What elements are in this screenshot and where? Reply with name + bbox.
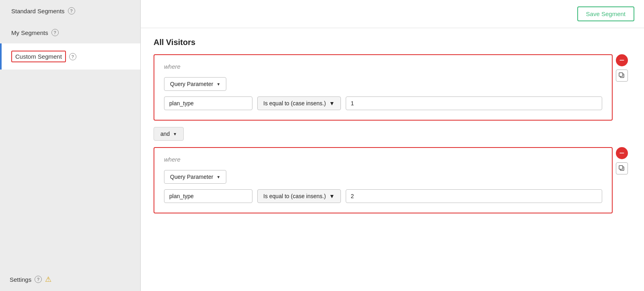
condition-wrapper-1: where Query Parameter ▼ Is equal to (cas…: [154, 54, 631, 121]
sidebar: Standard Segments ? My Segments ? Custom…: [0, 0, 141, 291]
svg-rect-3: [619, 166, 623, 169]
section-title: All Visitors: [154, 38, 631, 47]
warning-icon: ⚠: [45, 275, 51, 284]
query-param-label-2: Query Parameter: [170, 174, 213, 180]
condition-values-row-1: Is equal to (case insens.) ▼: [164, 96, 602, 110]
main-header: Save Segment: [141, 0, 644, 28]
main-body: All Visitors where Query Parameter ▼ Is …: [141, 28, 644, 291]
operator-label-2: Is equal to (case insens.): [263, 193, 326, 199]
operator-label-1: Is equal to (case insens.): [263, 100, 326, 107]
and-connector-button[interactable]: and ▼: [154, 127, 184, 141]
sidebar-item-label: Custom Segment: [11, 51, 66, 62]
value-input-2[interactable]: [346, 189, 603, 203]
operator-dropdown-2[interactable]: Is equal to (case insens.) ▼: [257, 189, 341, 203]
copy-condition-2-button[interactable]: [616, 162, 628, 174]
copy-icon-1: [619, 72, 625, 79]
sidebar-item-custom-segment[interactable]: Custom Segment ?: [0, 43, 140, 70]
remove-condition-1-button[interactable]: −: [616, 54, 628, 66]
side-actions-1: −: [613, 54, 631, 82]
sidebar-item-standard-segments[interactable]: Standard Segments ?: [0, 0, 140, 22]
condition-type-row-1: Query Parameter ▼: [164, 77, 602, 91]
side-actions-2: −: [613, 147, 631, 174]
svg-rect-1: [619, 73, 623, 76]
sidebar-item-label: My Segments: [11, 29, 48, 36]
copy-condition-1-button[interactable]: [616, 70, 628, 82]
copy-icon-2: [619, 165, 625, 172]
condition-type-row-2: Query Parameter ▼: [164, 170, 602, 184]
help-icon-my-segments[interactable]: ?: [51, 29, 59, 36]
sidebar-item-label: Standard Segments: [11, 8, 65, 14]
sidebar-item-my-segments[interactable]: My Segments ?: [0, 22, 140, 43]
help-icon-custom-segment[interactable]: ?: [69, 53, 76, 60]
dropdown-arrow-1: ▼: [216, 82, 220, 86]
operator-dropdown-1[interactable]: Is equal to (case insens.) ▼: [257, 96, 341, 110]
and-section: and ▼: [154, 127, 631, 141]
parameter-input-1[interactable]: [164, 96, 252, 110]
help-icon-standard[interactable]: ?: [68, 7, 75, 14]
settings-label: Settings: [10, 276, 31, 283]
sidebar-settings[interactable]: Settings ? ⚠: [0, 268, 140, 291]
where-label-2: where: [164, 156, 602, 163]
condition-wrapper-2: where Query Parameter ▼ Is equal to (cas…: [154, 147, 631, 213]
minus-icon-1: −: [619, 56, 625, 65]
operator-arrow-1: ▼: [329, 100, 335, 107]
query-param-dropdown-1[interactable]: Query Parameter ▼: [164, 77, 226, 91]
condition-block-2: where Query Parameter ▼ Is equal to (cas…: [154, 147, 613, 213]
query-param-dropdown-2[interactable]: Query Parameter ▼: [164, 170, 226, 184]
minus-icon-2: −: [619, 149, 625, 158]
help-icon-settings[interactable]: ?: [35, 276, 42, 283]
and-label: and: [160, 131, 170, 137]
parameter-input-2[interactable]: [164, 189, 252, 203]
main-content: Save Segment All Visitors where Query Pa…: [141, 0, 644, 291]
operator-arrow-2: ▼: [329, 193, 335, 199]
save-segment-button[interactable]: Save Segment: [577, 6, 634, 21]
query-param-label-1: Query Parameter: [170, 81, 213, 87]
remove-condition-2-button[interactable]: −: [616, 147, 628, 159]
condition-block-1: where Query Parameter ▼ Is equal to (cas…: [154, 54, 613, 121]
and-arrow: ▼: [173, 132, 177, 136]
value-input-1[interactable]: [346, 96, 603, 110]
dropdown-arrow-2: ▼: [216, 175, 220, 179]
condition-values-row-2: Is equal to (case insens.) ▼: [164, 189, 602, 203]
where-label-1: where: [164, 63, 602, 70]
